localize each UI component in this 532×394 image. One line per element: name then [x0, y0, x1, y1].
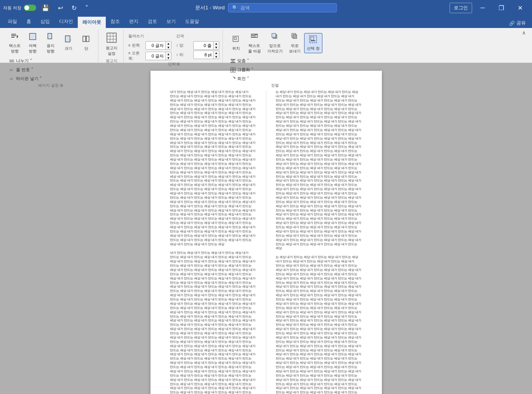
orientation-label: 용지방향	[47, 43, 54, 54]
spacing-group: 간격 ↕ 앞: ▲ ▼ ↕ 뒤:	[176, 33, 219, 61]
indent-label: 들여쓰기	[128, 33, 172, 39]
share-button[interactable]: 🔗 공유	[506, 18, 529, 28]
indent-right-up[interactable]: ▲	[166, 52, 171, 56]
paragraph-dialog-launcher[interactable]: ⊞	[177, 62, 180, 66]
search-input[interactable]	[240, 5, 332, 10]
spacing-after-value[interactable]	[194, 52, 213, 58]
tab-references[interactable]: 참조	[106, 16, 124, 28]
indent-left-input[interactable]: ▲ ▼	[145, 41, 172, 50]
text-direction-icon	[10, 32, 19, 42]
hyphenation-button[interactable]: -≡ 하이픈 넣기 ˅	[6, 75, 45, 83]
spacing-after-arrows: ▲ ▼	[213, 51, 219, 59]
spacing-before-up[interactable]: ▲	[214, 42, 219, 45]
close-button[interactable]: ✕	[511, 2, 529, 14]
columns-button[interactable]: 단	[78, 33, 95, 53]
text-block-1: 내가 만드는 세상 내가 만드는 세상 내가 만드는 세상 내가 만드는 세상 …	[170, 90, 257, 246]
svg-rect-2	[11, 37, 14, 38]
manuscript-row: 원고지설정	[103, 30, 120, 58]
ribbon-row-small-btns: 나누기 ˅ 1≡ 줄 번호 ˅ -≡ 하이픈 넣기 ˅	[6, 57, 45, 83]
position-icon	[232, 35, 240, 45]
tab-file[interactable]: 파일	[3, 16, 22, 28]
save-button[interactable]: 💾	[38, 3, 52, 13]
bring-forward-icon	[271, 32, 279, 42]
selection-pane-icon	[309, 35, 317, 45]
indent-left-up[interactable]: ▲	[166, 42, 171, 45]
tab-home[interactable]: 홈	[22, 16, 36, 28]
breaks-icon	[9, 58, 14, 64]
columns-icon	[82, 35, 91, 45]
svg-text:-≡: -≡	[9, 77, 12, 81]
autosave-toggle[interactable]	[24, 5, 36, 11]
group-button[interactable]: 그룹화 ˅	[228, 66, 256, 74]
text-block-4: 는 세상 내가 만드는 세상 내가 만드는 세상 내가 만드는 세상 내가 만드…	[276, 255, 362, 394]
document-column-1: 내가 만드는 세상 내가 만드는 세상 내가 만드는 세상 내가 만드는 세상 …	[170, 90, 257, 392]
indent-right-input[interactable]: ▲ ▼	[145, 52, 172, 60]
page-container[interactable]: 내가 만드는 세상 내가 만드는 세상 내가 만드는 세상 내가 만드는 세상 …	[0, 63, 532, 394]
text-wrap-button[interactable]: 텍스트줄 바꿈	[245, 30, 264, 56]
undo-button[interactable]: ↩	[55, 3, 66, 13]
svg-rect-39	[233, 68, 235, 70]
restore-button[interactable]: ❐	[492, 2, 510, 14]
svg-rect-12	[86, 36, 89, 42]
position-button[interactable]: 위치	[228, 33, 245, 53]
rotate-button[interactable]: 회전 ˅	[228, 75, 252, 83]
breaks-button[interactable]: 나누기 ˅	[6, 57, 35, 65]
bring-forward-button[interactable]: 앞으로가져오기	[264, 30, 285, 56]
svg-rect-40	[231, 70, 233, 72]
spacing-after-down[interactable]: ▼	[214, 55, 219, 59]
tab-review[interactable]: 검토	[143, 16, 162, 28]
tab-mailings[interactable]: 편지	[124, 16, 143, 28]
spacing-before-down[interactable]: ▼	[214, 45, 219, 49]
arrange-row-small: 맞춤 ˅ 그룹화 ˅ 회전 ˅	[228, 57, 256, 83]
spacing-after-up[interactable]: ▲	[214, 51, 219, 55]
title-bar-center: 문서1 - Word 🔍	[195, 3, 337, 12]
tab-layout[interactable]: 레이아웃	[78, 17, 106, 28]
orientation-button[interactable]: 용지방향	[42, 30, 59, 56]
indent-left-down[interactable]: ▼	[166, 45, 171, 49]
tab-view[interactable]: 보기	[162, 16, 180, 28]
indent-right-arrows: ▲ ▼	[165, 52, 171, 60]
search-box[interactable]: 🔍	[228, 3, 337, 12]
svg-rect-31	[293, 35, 297, 38]
margin-button[interactable]: 여백방향	[24, 30, 41, 56]
svg-rect-14	[9, 61, 14, 62]
indent-right-down[interactable]: ▼	[166, 56, 171, 60]
spacing-after-label: ↕ 뒤:	[176, 52, 192, 58]
spacing-after-input[interactable]: ▲ ▼	[193, 51, 219, 59]
quick-access-more[interactable]: ˅	[82, 3, 91, 13]
align-icon	[230, 58, 236, 64]
page-setup-group-label: 페이지 설정 ⊞	[6, 83, 95, 89]
tab-help[interactable]: 도움말	[180, 16, 204, 28]
ribbon-group-manuscript: 원고지설정 원고지	[100, 30, 124, 63]
text-block-2: 내가 만드는 세상 내가 만드는 세상 내가 만드는 세상 내가 만드는 세상 …	[170, 251, 257, 394]
spacing-after-row: ↕ 뒤: ▲ ▼	[176, 51, 219, 59]
indent-left-value[interactable]	[146, 43, 165, 48]
tab-design[interactable]: 디자인	[54, 16, 78, 28]
autosave-label: 자동 저장	[3, 5, 21, 11]
arrange-group-label: 정렬	[228, 83, 322, 89]
text-direction-button[interactable]: 텍스트방향	[6, 30, 23, 56]
manuscript-setup-button[interactable]: 원고지설정	[103, 30, 120, 58]
selection-pane-label: 선택 창	[307, 46, 320, 51]
manuscript-setup-label: 원고지설정	[106, 45, 117, 56]
indent-right-value[interactable]	[146, 53, 165, 59]
redo-button[interactable]: ↻	[68, 3, 80, 13]
line-numbers-icon: 1≡	[9, 67, 14, 73]
align-button[interactable]: 맞춤 ˅	[228, 57, 252, 65]
columns-label: 단	[84, 46, 88, 51]
login-button[interactable]: 로그인	[450, 3, 472, 13]
bring-forward-label: 앞으로가져오기	[267, 43, 283, 54]
content-area: 내가 만드는 세상 내가 만드는 세상 내가 만드는 세상 내가 만드는 세상 …	[0, 63, 532, 394]
spacing-before-input[interactable]: ▲ ▼	[193, 41, 219, 50]
tab-insert[interactable]: 삽입	[36, 16, 54, 28]
spacing-before-value[interactable]	[194, 43, 213, 48]
svg-rect-24	[251, 34, 258, 35]
line-numbers-button[interactable]: 1≡ 줄 번호 ˅	[6, 66, 36, 74]
page-setup-dialog-launcher[interactable]: ⊞	[60, 83, 63, 87]
svg-rect-29	[272, 33, 276, 37]
send-backward-button[interactable]: 뒤로보내기	[286, 30, 303, 56]
selection-pane-button[interactable]: 선택 창	[304, 33, 322, 53]
minimize-button[interactable]: ─	[474, 2, 492, 14]
ribbon-collapse-button[interactable]: ∧	[522, 30, 529, 63]
size-button[interactable]: ˅ 크기	[60, 33, 77, 53]
